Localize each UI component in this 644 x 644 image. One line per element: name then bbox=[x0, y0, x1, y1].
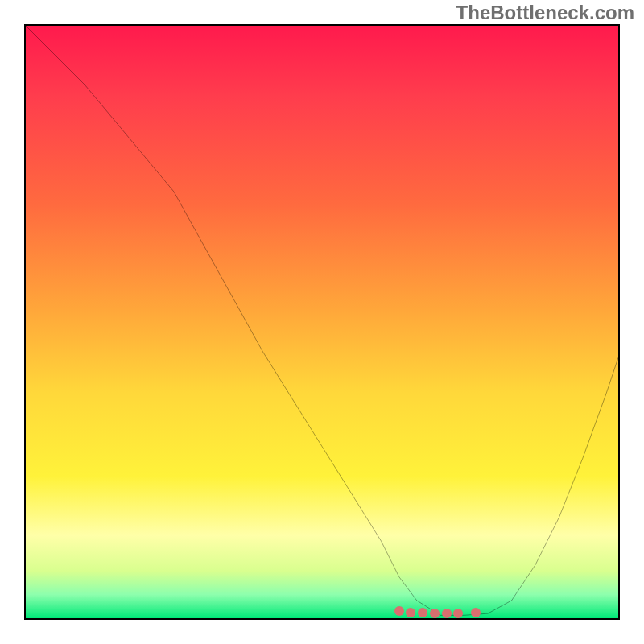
plot-area bbox=[24, 24, 620, 620]
chart-container: TheBottleneck.com bbox=[0, 0, 644, 644]
highlight-marker bbox=[471, 608, 481, 617]
highlight-marker bbox=[406, 608, 415, 617]
highlight-marker bbox=[442, 609, 452, 618]
markers-layer bbox=[26, 26, 618, 618]
highlight-marker bbox=[430, 609, 440, 618]
highlight-marker bbox=[418, 608, 427, 617]
highlight-marker bbox=[453, 609, 463, 618]
watermark-text: TheBottleneck.com bbox=[456, 2, 634, 24]
highlight-marker bbox=[394, 606, 404, 616]
